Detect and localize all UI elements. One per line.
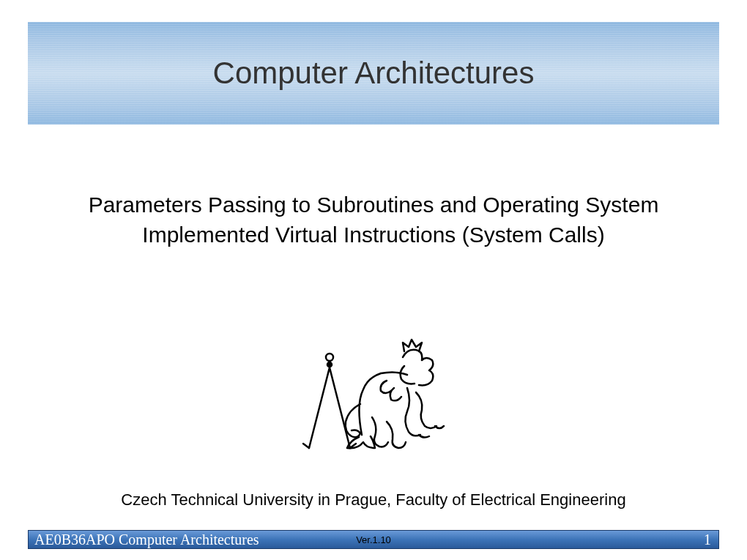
footer-version-label: Ver.1.10 bbox=[356, 534, 391, 545]
slide-subtitle: Parameters Passing to Subroutines and Op… bbox=[28, 190, 719, 250]
footer-page-number: 1 bbox=[704, 531, 711, 548]
lion-icon bbox=[293, 331, 454, 455]
institution-text: Czech Technical University in Prague, Fa… bbox=[28, 490, 719, 509]
svg-point-0 bbox=[327, 362, 332, 367]
svg-point-1 bbox=[326, 354, 333, 361]
page-title: Computer Architectures bbox=[213, 56, 535, 91]
ctu-lion-logo bbox=[293, 331, 454, 455]
footer-bar: AE0B36APO Computer Architectures Ver.1.1… bbox=[28, 530, 719, 549]
title-banner: Computer Architectures bbox=[28, 22, 719, 124]
footer-course-label: AE0B36APO Computer Architectures bbox=[34, 531, 259, 548]
